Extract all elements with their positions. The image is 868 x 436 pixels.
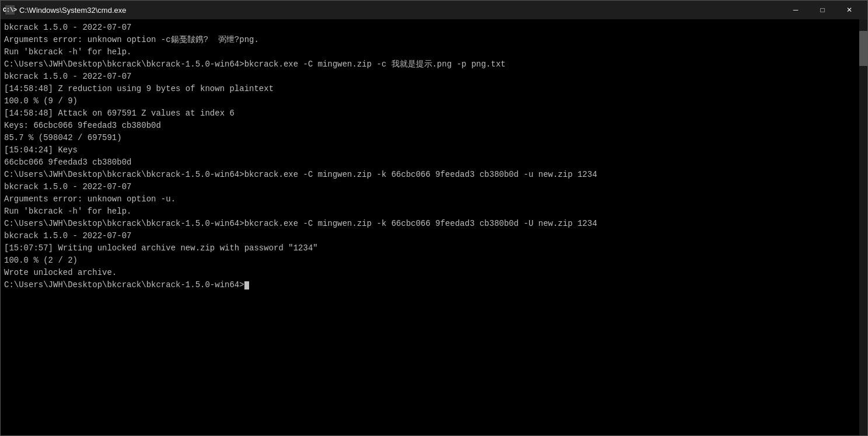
terminal-line: Wrote unlocked archive.	[4, 267, 853, 279]
terminal-line: 85.7 % (598042 / 697591)	[4, 132, 853, 144]
terminal-line: C:\Users\JWH\Desktop\bkcrack\bkcrack-1.5…	[4, 58, 853, 71]
scrollbar[interactable]	[859, 19, 867, 435]
terminal-line: Arguments error: unknown option -u.	[4, 193, 853, 205]
terminal-line: Keys: 66cbc066 9feedad3 cb380b0d	[4, 120, 853, 132]
terminal-line: 66cbc066 9feedad3 cb380b0d	[4, 156, 853, 169]
maximize-button[interactable]: □	[809, 1, 836, 19]
terminal-line: bkcrack 1.5.0 - 2022-07-07	[4, 71, 853, 83]
terminal-line: bkcrack 1.5.0 - 2022-07-07	[4, 230, 853, 242]
terminal-line: Run 'bkcrack -h' for help.	[4, 205, 853, 218]
terminal-line: bkcrack 1.5.0 - 2022-07-07	[4, 22, 853, 34]
terminal-line: C:\Users\JWH\Desktop\bkcrack\bkcrack-1.5…	[4, 218, 853, 230]
terminal-line: Arguments error: unknown option -c鍚戞皵鎸? …	[4, 34, 853, 46]
terminal-line: [14:58:48] Z reduction using 9 bytes of …	[4, 83, 853, 95]
window-title: C:\Windows\System32\cmd.exe	[19, 6, 782, 15]
minimize-button[interactable]: ─	[782, 1, 809, 19]
terminal-line: [15:04:24] Keys	[4, 144, 853, 156]
terminal-line: C:\Users\JWH\Desktop\bkcrack\bkcrack-1.5…	[4, 169, 853, 181]
terminal-line: [15:07:57] Writing unlocked archive new.…	[4, 242, 853, 254]
cmd-icon: C:\>	[5, 5, 15, 15]
terminal-line: C:\Users\JWH\Desktop\bkcrack\bkcrack-1.5…	[4, 279, 853, 291]
window-controls: ─ □ ✕	[782, 1, 863, 19]
terminal-output[interactable]: bkcrack 1.5.0 - 2022-07-07Arguments erro…	[1, 19, 867, 435]
terminal-line: 100.0 % (2 / 2)	[4, 254, 853, 267]
terminal-line: 100.0 % (9 / 9)	[4, 95, 853, 107]
terminal-line: bkcrack 1.5.0 - 2022-07-07	[4, 181, 853, 193]
cursor	[244, 281, 249, 289]
close-button[interactable]: ✕	[836, 1, 863, 19]
terminal-line: [14:58:48] Attack on 697591 Z values at …	[4, 107, 853, 120]
titlebar: C:\> C:\Windows\System32\cmd.exe ─ □ ✕	[1, 1, 867, 19]
cmd-window: C:\> C:\Windows\System32\cmd.exe ─ □ ✕ b…	[0, 0, 868, 436]
scrollbar-thumb[interactable]	[859, 31, 867, 66]
terminal-line: Run 'bkcrack -h' for help.	[4, 46, 853, 58]
